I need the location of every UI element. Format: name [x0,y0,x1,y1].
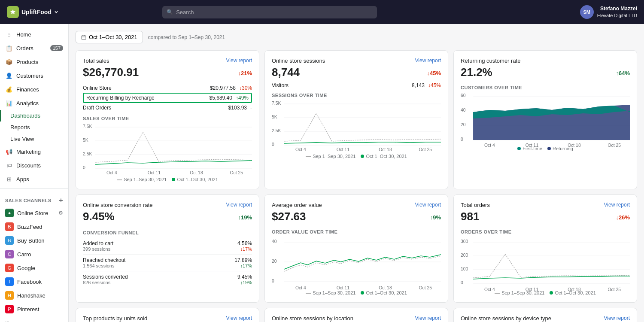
sidebar-item-reports[interactable]: Reports [0,122,68,133]
app-logo[interactable]: UpliftFood [7,6,58,18]
avatar[interactable]: SM [580,5,594,19]
total-sales-view-report[interactable]: View report [226,58,252,64]
svg-text:0: 0 [461,137,463,142]
funnel-row-cart: Added to cart 399 sessions 4.56% ↓17% [83,238,252,255]
funnel-section: CONVERSION FUNNEL Added to cart 399 sess… [83,230,252,288]
sales-row-draft: Draft Orders $103.93 - [83,104,252,112]
sidebar-label-finances: Finances [16,86,39,93]
sidebar-item-dashboards[interactable]: Dashboards [0,110,68,122]
sales-row-online: Online Store $20,977.58 ↓30% [83,84,252,92]
device-view-report[interactable]: View report [604,315,630,321]
date-bar: Oct 1–Oct 30, 2021 compared to Sep 1–Sep… [76,31,637,43]
svg-text:0: 0 [461,280,463,285]
app-name: UpliftFood [21,9,52,15]
total-sales-value: $26,770.91 [83,66,139,79]
funnel-cart-val: 4.56% [237,240,252,246]
top-products-view-report[interactable]: View report [226,315,252,321]
svg-text:Oct 25: Oct 25 [230,170,243,175]
home-icon: ⌂ [5,30,13,38]
svg-text:2.5K: 2.5K [83,152,92,156]
sidebar-item-discounts[interactable]: 🏷 Discounts [0,158,68,172]
search-bar[interactable]: 🔍 [162,6,377,18]
funnel-row-checkout: Reached checkout 1,564 sessions 17.89% ↑… [83,255,252,271]
conversion-title: Online store conversion rate [83,202,153,208]
sessions-chart: 7.5K 5K 2.5K 0 Oct 4 [272,100,441,152]
sidebar-divider [0,188,68,189]
svg-text:Oct 11: Oct 11 [337,147,350,152]
sidebar-item-analytics[interactable]: 📊 Analytics [0,96,68,110]
channel-buzzfeed[interactable]: B BuzzFeed [0,220,68,234]
orders-badge: 157 [50,45,63,51]
returning-title: Returning customer rate [461,58,520,64]
discounts-icon: 🏷 [5,161,13,169]
svg-text:60: 60 [461,93,466,98]
location-view-report[interactable]: View report [415,315,441,321]
more-channels[interactable]: ··· [0,316,68,322]
location-title: Online store sessions by location [272,315,353,322]
online-store-value: $20,977.58 [210,85,236,91]
sales-channels-header: SALES CHANNELS + [0,191,68,206]
date-range-button[interactable]: Oct 1–Oct 30, 2021 [76,31,143,43]
sidebar-item-marketing[interactable]: 📢 Marketing [0,145,68,158]
top-navigation: UpliftFood 🔍 SM Stefano Mazzei Elevate D… [0,0,644,24]
funnel-cart-change: ↓17% [237,246,252,252]
sessions-view-report[interactable]: View report [415,58,441,64]
draft-orders-value: $103.93 [228,105,247,111]
sidebar-label-apps: Apps [16,176,29,182]
channel-pinterest[interactable]: P Pinterest [0,302,68,316]
svg-text:Oct 4: Oct 4 [484,143,495,148]
sidebar-item-apps[interactable]: ⊞ Apps [0,172,68,186]
sidebar-item-finances[interactable]: 💰 Finances [0,82,68,96]
sessions-change: ↓45% [427,70,441,76]
gear-icon[interactable]: ⚙ [58,210,63,216]
svg-text:7.5K: 7.5K [83,124,92,129]
returning-chart-label: CUSTOMERS OVER TIME [461,85,630,90]
total-orders-title: Total orders [461,202,490,208]
sidebar: ⌂ Home 📋 Orders 157 📦 Products 👤 Custome… [0,24,69,322]
svg-rect-0 [82,36,86,39]
funnel-converted-sub: 826 sessions [83,280,128,285]
sidebar-label-discounts: Discounts [16,162,41,169]
date-range-text: Oct 1–Oct 30, 2021 [89,34,137,40]
search-input[interactable] [162,6,377,18]
sales-chart: 7.5K 5K 2.5K 0 [83,124,252,175]
funnel-checkout-sub: 1,564 sessions [83,263,125,268]
total-orders-change: ↓26% [616,214,630,221]
sidebar-item-products[interactable]: 📦 Products [0,55,68,69]
avg-order-value: $27.63 [272,210,306,223]
channel-handshake[interactable]: H Handshake [0,289,68,302]
svg-text:5K: 5K [83,138,88,143]
pinterest-icon: P [5,305,14,313]
sales-chart-label: SALES OVER TIME [83,116,252,121]
svg-text:Oct 4: Oct 4 [295,147,306,152]
device-title: Online store sessions by device type [461,315,551,322]
conversion-view-report[interactable]: View report [226,202,252,208]
svg-text:40: 40 [461,108,466,112]
sidebar-label-reports: Reports [10,124,30,131]
recurring-change: ↑49% [236,95,249,101]
svg-text:0: 0 [272,279,274,283]
total-orders-view-report[interactable]: View report [604,202,630,208]
search-icon: 🔍 [167,9,173,15]
funnel-checkout-change: ↑17% [234,263,252,268]
returning-change: ↑64% [616,70,630,76]
funnel-cart-label: Added to cart [83,240,113,246]
sidebar-item-orders[interactable]: 📋 Orders 157 [0,41,68,55]
channel-carro[interactable]: C Carro [0,247,68,261]
svg-text:200: 200 [461,253,468,258]
svg-text:20: 20 [461,122,466,127]
channel-google[interactable]: G Google [0,261,68,275]
channel-facebook[interactable]: f Facebook [0,275,68,289]
channel-buy-button[interactable]: B Buy Button [0,234,68,247]
sidebar-label-live-view: Live View [10,136,34,142]
add-channel-button[interactable]: + [59,197,63,204]
sidebar-item-customers[interactable]: 👤 Customers [0,69,68,82]
svg-text:Oct 11: Oct 11 [526,287,539,292]
funnel-converted-label: Sessions converted [83,274,128,280]
avg-order-view-report[interactable]: View report [415,202,441,208]
sidebar-item-live-view[interactable]: Live View [0,133,68,145]
svg-text:300: 300 [461,239,468,244]
user-info: Stefano Mazzei Elevate Digital LTD [597,6,637,18]
channel-online-store[interactable]: ● Online Store ⚙ [0,206,68,220]
sidebar-item-home[interactable]: ⌂ Home [0,27,68,41]
